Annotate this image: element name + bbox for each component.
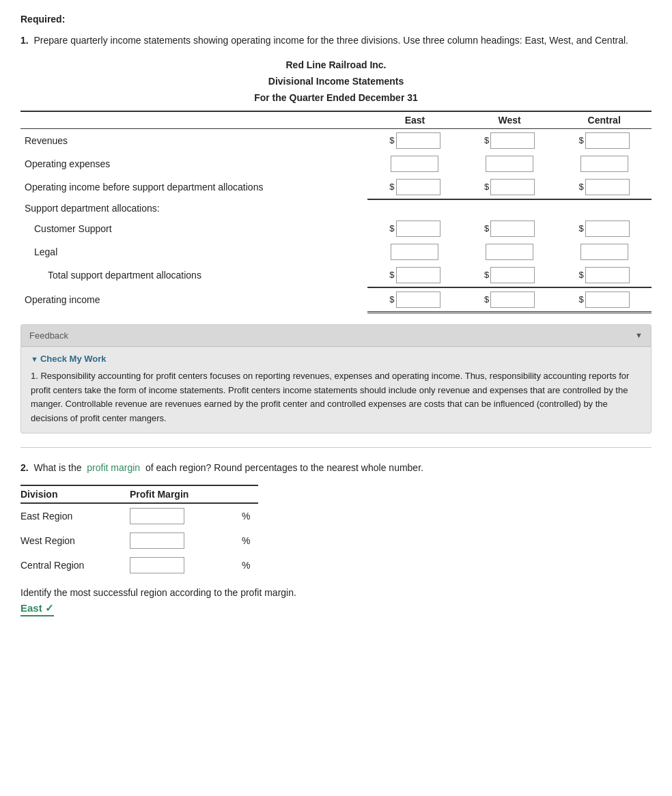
- table-row: Revenues $ $ $: [20, 128, 652, 152]
- cs-east-cell: $: [367, 217, 462, 240]
- col-central-header: Central: [557, 111, 652, 129]
- profit-margin-link[interactable]: profit margin: [87, 462, 140, 473]
- opinc-before-east-input[interactable]: [396, 179, 440, 195]
- empty-cell: [462, 199, 557, 217]
- question-2-block: 2. What is the profit margin of each reg…: [20, 460, 652, 616]
- legal-east-input[interactable]: [391, 244, 438, 260]
- opex-central-cell: [557, 152, 652, 175]
- dollar-sign: $: [579, 223, 584, 233]
- table-row: Central Region %: [20, 553, 258, 578]
- section-divider: [20, 447, 652, 448]
- dollar-sign: $: [389, 135, 394, 145]
- company-name: Red Line Railroad Inc.: [20, 57, 652, 74]
- empty-cell: [367, 199, 462, 217]
- cs-west-cell: $: [462, 217, 557, 240]
- division-col-header: Division: [20, 485, 130, 503]
- legal-west-cell: [462, 240, 557, 264]
- profit-header-row: Division Profit Margin: [20, 485, 258, 503]
- opex-east-cell: [367, 152, 462, 175]
- col-label-header: [20, 111, 367, 129]
- period: For the Quarter Ended December 31: [20, 90, 652, 106]
- east-region-label: East Region: [20, 503, 130, 528]
- q1-number: 1.: [20, 35, 29, 46]
- col-west-header: West: [462, 111, 557, 129]
- west-region-profit-input[interactable]: [130, 532, 184, 549]
- revenues-central-cell: $: [557, 128, 652, 152]
- cs-east-input[interactable]: [396, 221, 440, 237]
- central-region-profit-input[interactable]: [130, 557, 184, 573]
- opex-west-cell: [462, 152, 557, 175]
- table-row: Customer Support $ $ $: [20, 217, 652, 240]
- profit-margin-table: Division Profit Margin East Region % Wes…: [20, 485, 258, 578]
- opinc-before-east-cell: $: [367, 175, 462, 199]
- west-region-label: West Region: [20, 528, 130, 553]
- dollar-sign: $: [484, 294, 489, 304]
- opinc-west-cell: $: [462, 287, 557, 313]
- dollar-sign: $: [389, 223, 394, 233]
- revenues-east-cell: $: [367, 128, 462, 152]
- east-region-input-cell: [130, 503, 239, 528]
- legal-central-input[interactable]: [580, 244, 628, 260]
- west-region-input-cell: [130, 528, 239, 553]
- feedback-triangle-icon: ▼: [635, 331, 643, 339]
- q1-description: Prepare quarterly income statements show…: [33, 35, 628, 46]
- opinc-east-input[interactable]: [396, 292, 440, 308]
- opex-central-input[interactable]: [580, 156, 628, 172]
- revenues-west-input[interactable]: [490, 132, 535, 149]
- opinc-before-central-input[interactable]: [585, 179, 630, 195]
- opex-label: Operating expenses: [20, 152, 367, 175]
- east-answer-text: East: [20, 602, 42, 614]
- revenues-west-cell: $: [462, 128, 557, 152]
- opinc-before-west-input[interactable]: [490, 179, 535, 195]
- opinc-central-input[interactable]: [585, 292, 630, 308]
- central-region-input-cell: [130, 553, 239, 578]
- table-row: Support department allocations:: [20, 199, 652, 217]
- support-alloc-label: Support department allocations:: [20, 199, 367, 217]
- table-row: Legal: [20, 240, 652, 264]
- feedback-label: Feedback: [29, 330, 68, 341]
- west-percent-sign: %: [239, 528, 258, 553]
- total-support-west-cell: $: [462, 264, 557, 287]
- opex-east-input[interactable]: [391, 156, 438, 172]
- table-row: Operating expenses: [20, 152, 652, 175]
- revenues-label: Revenues: [20, 128, 367, 152]
- q2-text-before: What is the: [33, 462, 81, 473]
- total-support-west-input[interactable]: [490, 267, 535, 283]
- total-support-east-input[interactable]: [396, 267, 440, 283]
- company-header: Red Line Railroad Inc. Divisional Income…: [20, 57, 652, 106]
- cs-west-input[interactable]: [490, 221, 535, 237]
- empty-cell: [557, 199, 652, 217]
- question-1-block: 1. Prepare quarterly income statements s…: [20, 33, 652, 433]
- dollar-sign: $: [484, 223, 489, 233]
- dollar-sign: $: [579, 270, 584, 280]
- revenues-east-input[interactable]: [396, 132, 440, 149]
- total-support-east-cell: $: [367, 264, 462, 287]
- checkmark-icon: ✓: [45, 602, 54, 614]
- opinc-west-input[interactable]: [490, 292, 535, 308]
- check-my-work-section: Check My Work 1. Responsibility accounti…: [21, 347, 651, 433]
- central-region-label: Central Region: [20, 553, 130, 578]
- east-region-profit-input[interactable]: [130, 508, 184, 524]
- dollar-sign: $: [579, 182, 584, 192]
- cs-central-input[interactable]: [585, 221, 630, 237]
- opinc-before-label: Operating income before support departme…: [20, 175, 367, 199]
- central-percent-sign: %: [239, 553, 258, 578]
- total-support-label: Total support department allocations: [20, 264, 367, 287]
- q2-text-after: of each region? Round percentages to the…: [145, 462, 423, 473]
- table-row: East Region %: [20, 503, 258, 528]
- east-answer-container: East✓: [20, 602, 652, 616]
- revenues-central-input[interactable]: [585, 132, 630, 149]
- check-my-work-title[interactable]: Check My Work: [31, 354, 641, 364]
- customer-support-label: Customer Support: [20, 217, 367, 240]
- question-2-text: 2. What is the profit margin of each reg…: [20, 460, 652, 475]
- opinc-central-cell: $: [557, 287, 652, 313]
- table-row: Operating income $ $ $: [20, 287, 652, 313]
- dollar-sign: $: [389, 182, 394, 192]
- legal-west-input[interactable]: [486, 244, 533, 260]
- feedback-header[interactable]: Feedback ▼: [21, 325, 651, 347]
- cs-central-cell: $: [557, 217, 652, 240]
- total-support-central-input[interactable]: [585, 267, 630, 283]
- opex-west-input[interactable]: [486, 156, 533, 172]
- identify-text: Identify the most successful region acco…: [20, 587, 652, 598]
- feedback-text: 1. Responsibility accounting for profit …: [31, 369, 641, 426]
